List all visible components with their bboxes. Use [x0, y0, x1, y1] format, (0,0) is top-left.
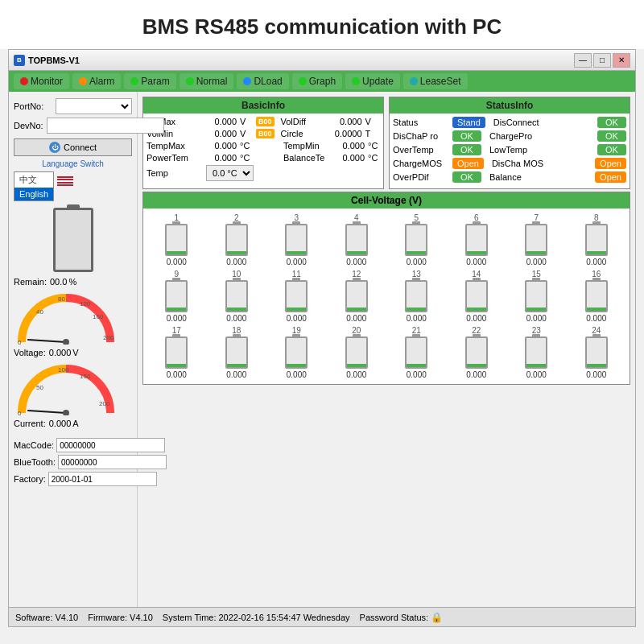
cell-battery-fill-22: [467, 364, 486, 367]
powertem-unit: °C: [240, 153, 253, 163]
basic-row-1: VolMax 0.000 V B00 VolDiff 0.000 V: [147, 117, 380, 126]
factory-input[interactable]: [48, 472, 157, 486]
cell-item-6: 6 0.000: [448, 213, 506, 266]
info-panels: BasicInfo VolMax 0.000 V B00 VolDiff 0.0…: [138, 92, 635, 192]
tab-monitor[interactable]: Monitor: [14, 73, 69, 89]
tab-dload[interactable]: DLoad: [237, 73, 288, 89]
svg-point-14: [63, 410, 69, 415]
tab-normal-label: Normal: [196, 76, 228, 87]
tab-param[interactable]: Param: [124, 73, 175, 89]
disconnect-label: DisConnect: [489, 118, 594, 127]
voldiff-unit: V: [365, 117, 374, 126]
powertem-label: PowerTem: [147, 153, 203, 163]
flag-area: [57, 176, 73, 186]
temp-row: Temp 0.0 °C: [147, 165, 380, 181]
cell-item-10: 10 0.000: [208, 270, 266, 323]
tab-update[interactable]: Update: [345, 73, 400, 89]
tab-leaseset[interactable]: LeaseSet: [403, 73, 468, 89]
lang-option-en[interactable]: English: [14, 188, 53, 200]
cell-battery-12: [345, 280, 368, 312]
cell-val-18: 0.000: [226, 370, 246, 379]
cell-val-17: 0.000: [167, 370, 187, 379]
software-value: V4.10: [55, 613, 78, 622]
title-text: BMS RS485 communication with PC: [142, 14, 502, 39]
tab-graph[interactable]: Graph: [292, 73, 342, 89]
close-button[interactable]: ✕: [613, 53, 630, 68]
tab-dot-normal: [186, 77, 194, 85]
tab-alarm-label: Alarm: [89, 76, 114, 87]
cell-battery-fill-10: [227, 308, 246, 311]
port-select[interactable]: [56, 98, 132, 114]
tab-dot-update: [352, 77, 360, 85]
basic-info-header: BasicInfo: [143, 97, 383, 114]
status-name-5: OverPDif: [393, 172, 449, 182]
status-bar: Software: V4.10 Firmware: V4.10 System T…: [9, 607, 635, 626]
dev-input[interactable]: 1: [47, 118, 164, 134]
basic-row-4: PowerTem 0.000 °C BalanceTe 0.000 °C: [147, 153, 380, 163]
system-time-item: System Time: 2022-02-16 15:54:47 Wednesd…: [163, 613, 350, 622]
current-unit: A: [72, 419, 78, 428]
firmware-value: V4.10: [130, 613, 153, 622]
right-content: BasicInfo VolMax 0.000 V B00 VolDiff 0.0…: [138, 92, 635, 607]
cell-val-15: 0.000: [526, 314, 547, 323]
connect-button[interactable]: ⏻ Connect: [14, 138, 132, 156]
tempmin-label: TempMin: [283, 141, 328, 151]
bluetooth-input[interactable]: [58, 455, 167, 469]
circle-label: Circle: [281, 129, 325, 138]
svg-text:40: 40: [36, 308, 43, 316]
disconnect-val: OK: [597, 117, 626, 128]
factory-label: Factory:: [14, 474, 46, 484]
title-bar: B TOPBMS-V1 — □ ✕: [9, 50, 635, 71]
port-field: PortNo:: [14, 98, 132, 114]
password-item: Password Status: 🔒: [360, 612, 444, 623]
cell-val-5: 0.000: [407, 258, 427, 266]
maccode-input[interactable]: [56, 438, 165, 452]
tab-dot-alarm: [79, 77, 87, 85]
cell-item-2: 2 0.000: [208, 213, 266, 266]
chargepro-val: OK: [597, 130, 626, 142]
app-icon: B: [14, 55, 25, 66]
cell-item-4: 4 0.000: [328, 213, 386, 266]
cell-val-22: 0.000: [466, 370, 486, 379]
cell-val-3: 0.000: [287, 258, 307, 266]
tempmin-unit: °C: [368, 141, 376, 151]
chargemos-val: Open: [452, 158, 484, 169]
cell-item-16: 16 0.000: [568, 270, 625, 323]
cell-battery-9: [165, 280, 188, 312]
cell-battery-17: [165, 336, 188, 369]
cell-val-11: 0.000: [287, 314, 307, 323]
cell-battery-11: [285, 280, 308, 312]
basic-row-3: TempMax 0.000 °C TempMin 0.000 °C: [147, 141, 380, 151]
svg-text:160: 160: [93, 313, 104, 320]
temp-select[interactable]: 0.0 °C: [206, 165, 254, 181]
cell-battery-fill-4: [347, 251, 366, 254]
flag-us: [57, 176, 73, 186]
remain-label: Remain:: [14, 277, 47, 287]
cell-battery-4: [345, 224, 368, 256]
status-name-4: ChargeMOS: [393, 159, 449, 168]
maximize-button[interactable]: □: [593, 53, 611, 68]
minimize-button[interactable]: —: [574, 53, 592, 68]
cell-item-11: 11 0.000: [268, 270, 325, 323]
cell-voltage-panel: Cell-Voltage (V) 1 0.000 2 0.000 3 0.000…: [142, 192, 630, 385]
page-title: BMS RS485 communication with PC: [0, 0, 644, 49]
tab-normal[interactable]: Normal: [180, 73, 234, 89]
tab-alarm[interactable]: Alarm: [72, 73, 121, 89]
status-row-1: Status Stand DisConnect OK: [393, 117, 626, 128]
cell-battery-fill-11: [287, 308, 306, 311]
main-window: B TOPBMS-V1 — □ ✕ Monitor Alarm Param No…: [8, 49, 636, 627]
status-info-panel: StatusInfo Status Stand DisConnect OK Di…: [389, 97, 630, 189]
battery-icon: [53, 208, 93, 272]
lang-option-zh[interactable]: 中文: [14, 172, 53, 188]
cell-battery-fill-19: [287, 364, 306, 367]
status-row-4: ChargeMOS Open DisCha MOS Open: [393, 158, 626, 169]
current-label: Current:: [14, 419, 46, 428]
sidebar: PortNo: DevNo: 1 ⏻ Connect Language Swit…: [9, 92, 138, 607]
system-time-label: System Time:: [163, 613, 217, 622]
dev-field: DevNo: 1: [14, 118, 132, 134]
tempmin-val: 0.000: [331, 141, 365, 151]
cell-battery-fill-13: [407, 308, 426, 311]
software-item: Software: V4.10: [15, 613, 78, 622]
cell-battery-18: [225, 336, 248, 369]
dischamos-label: DisCha MOS: [487, 159, 592, 168]
